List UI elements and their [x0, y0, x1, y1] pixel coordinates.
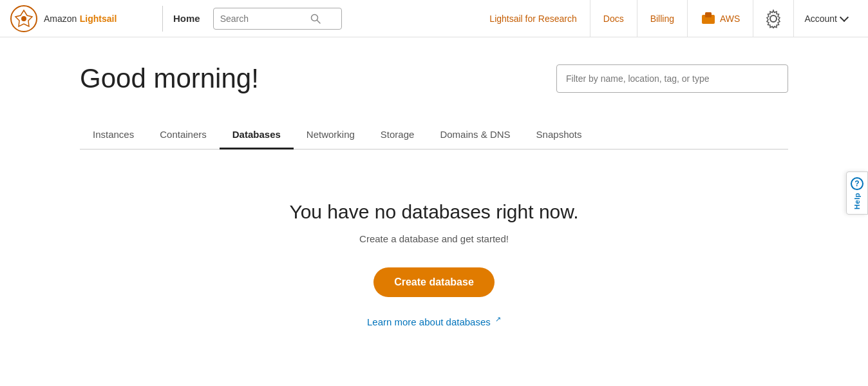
header-nav: Lightsail for Research Docs Billing AWS … [476, 0, 858, 37]
search-box [213, 8, 342, 30]
tabs-nav: Instances Containers Databases Networkin… [80, 120, 788, 150]
help-label: Help [853, 193, 861, 209]
learn-more-text: Learn more about databases [367, 316, 491, 327]
tab-domains-dns[interactable]: Domains & DNS [427, 120, 523, 150]
greeting-row: Good morning! [80, 63, 788, 94]
main-content: Good morning! Instances Containers Datab… [54, 37, 814, 353]
external-link-icon: ↗ [495, 315, 501, 323]
header: Amazon Lightsail Home Lightsail for Rese… [0, 0, 868, 37]
search-input[interactable] [220, 14, 310, 24]
home-link[interactable]: Home [173, 13, 200, 24]
create-database-button[interactable]: Create database [373, 267, 495, 297]
logo-amazon-text: Amazon [44, 14, 77, 24]
lightsail-logo-icon [10, 5, 37, 32]
help-icon: ? [851, 177, 863, 190]
tab-storage[interactable]: Storage [368, 120, 428, 150]
tab-instances[interactable]: Instances [80, 120, 147, 150]
empty-state: You have no databases right now. Create … [80, 150, 788, 353]
svg-point-1 [21, 16, 26, 21]
gear-area[interactable] [753, 0, 794, 37]
aws-box-icon [701, 11, 716, 26]
filter-input[interactable] [556, 64, 788, 93]
docs-link[interactable]: Docs [590, 0, 637, 37]
gear-icon [764, 9, 783, 28]
chevron-down-icon [840, 13, 849, 22]
aws-link[interactable]: AWS [688, 0, 753, 37]
tab-containers[interactable]: Containers [147, 120, 220, 150]
svg-point-6 [770, 15, 777, 22]
billing-link[interactable]: Billing [637, 0, 688, 37]
account-button[interactable]: Account [794, 0, 858, 37]
empty-state-subtitle: Create a database and get started! [80, 233, 788, 244]
help-panel[interactable]: ? Help [846, 171, 868, 215]
tab-databases[interactable]: Databases [220, 120, 294, 150]
lightsail-research-link[interactable]: Lightsail for Research [476, 0, 590, 37]
account-label: Account [804, 14, 837, 24]
tab-snapshots[interactable]: Snapshots [524, 120, 595, 150]
learn-more-link[interactable]: Learn more about databases ↗ [80, 315, 788, 327]
logo-link[interactable]: Amazon Lightsail [10, 5, 152, 32]
header-divider [162, 6, 163, 32]
logo-lightsail-text: Lightsail [80, 14, 117, 24]
svg-rect-5 [705, 12, 712, 17]
tab-networking[interactable]: Networking [294, 120, 368, 150]
aws-label: AWS [720, 14, 740, 24]
search-icon [310, 14, 321, 24]
svg-line-3 [317, 20, 320, 23]
greeting-text: Good morning! [80, 63, 259, 94]
empty-state-title: You have no databases right now. [80, 201, 788, 223]
